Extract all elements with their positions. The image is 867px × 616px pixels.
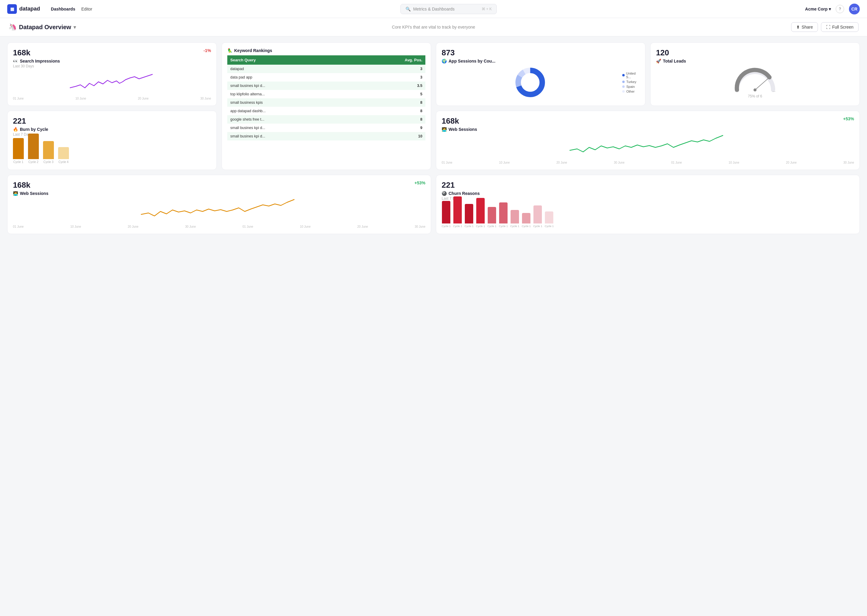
toolbar-actions: ⬆ Share ⛶ Full Screen [791,22,859,32]
bar [43,141,54,159]
bar [28,134,39,159]
kw-col2-header: Avg. Pos. [353,55,426,64]
churn-bar-label: Cycle 1 [487,225,497,228]
bar-col: Cycle 2 [28,134,39,163]
company-selector[interactable]: Acme Corp ▾ [805,6,831,11]
search-impressions-emoji: 👀 [13,59,18,63]
table-row: app datapad dashb...8 [227,107,426,115]
table-row: small busines kpi d...3.5 [227,82,426,90]
bar-label: Cycle 3 [43,160,53,163]
table-row: small busines kpi d...10 [227,132,426,140]
kw-query: top klipfolio alterna... [227,90,353,98]
kw-query: datapad [227,64,353,73]
svg-text:—: — [735,90,738,93]
legend-item: Turkey [622,80,640,83]
search-box[interactable]: 🔍 Metrics & Dashboards ⌘ + K [400,4,497,14]
kw-col1-header: Search Query [227,55,353,64]
axis-label: 10 June [75,97,86,100]
churn-bar [511,210,519,223]
churn-bar-label: Cycle 1 [533,225,542,228]
svg-point-6 [754,88,757,91]
churn-bar-label: Cycle 1 [476,225,485,228]
legend-item: Spain [622,85,640,88]
kw-pos: 3 [353,73,426,82]
legend-label: Spain [626,85,635,88]
gauge-label: 75% of 6 [748,94,762,98]
help-button[interactable]: ? [836,5,844,13]
fullscreen-icon: ⛶ [826,25,830,30]
churn-reasons-title: 🎱 Churn Reasons [441,191,854,196]
web-sessions-top-axis: 01 June 10 June 20 June 30 June 01 June … [441,161,854,164]
churn-bar-col: Cycle 1 [441,201,451,228]
chevron-icon[interactable]: ▾ [74,24,76,30]
svg-point-4 [522,74,539,91]
dashboard-title-group: 🦄 Datapad Overview ▾ [8,23,76,31]
keyword-emoji: 🦜 [227,48,232,53]
keyword-rankings-card: 🦜 Keyword Rankings Search Query Avg. Pos… [222,42,431,170]
kw-query: app datapad dashb... [227,107,353,115]
share-button[interactable]: ⬆ Share [791,22,818,32]
bar-col: Cycle 4 [58,147,69,163]
nav-right: Acme Corp ▾ ? CR [805,4,860,14]
table-row: datapad3 [227,64,426,73]
churn-bar-label: Cycle 1 [522,225,531,228]
burn-cycle-title-text: Burn by Cycle [20,127,48,132]
bar-label: Cycle 1 [13,160,23,163]
churn-bar [488,207,496,223]
dashboard-title-text: Datapad Overview [19,24,71,31]
search-shortcut: ⌘ + K [482,7,492,11]
kw-pos: 10 [353,132,426,140]
bar [13,138,24,159]
app-sessions-title-text: App Sessions by Cou... [449,59,495,63]
churn-bar-label: Cycle 1 [499,225,508,228]
axis-label: 10 June [499,161,510,164]
dashboard-emoji: 🦄 [8,23,17,31]
churn-bar-label: Cycle 1 [510,225,519,228]
table-row: google shets free t...8 [227,115,426,124]
fullscreen-button[interactable]: ⛶ Full Screen [821,22,859,32]
churn-bar [442,201,450,223]
table-row: top klipfolio alterna...5 [227,90,426,98]
bar-label: Cycle 2 [28,160,38,163]
kw-query: google shets free t... [227,115,353,124]
bar-col: Cycle 3 [43,141,54,163]
axis-label: 10 June [71,225,81,228]
web-sessions-bottom-axis: 01 June 10 June 20 June 30 June 01 June … [13,225,426,228]
total-leads-card: 120 🚀 Total Leads — — 75% of 6 [650,42,860,106]
search-impressions-chart [13,71,211,95]
axis-label: 01 June [243,225,254,228]
churn-bar-label: Cycle 1 [453,225,462,228]
logo[interactable]: ▦ datapad [7,4,40,14]
nav-editor[interactable]: Editor [81,5,92,13]
churn-bar-col: Cycle 1 [545,211,553,228]
avatar[interactable]: CR [849,4,860,14]
axis-label: 01 June [672,161,682,164]
search-impressions-metric: 168k [13,48,30,57]
web-sessions-bottom-title: 🧑‍💻 Web Sessions [13,191,426,196]
keyword-title-text: Keyword Rankings [234,48,272,53]
kw-pos: 8 [353,115,426,124]
axis-label: 20 June [786,161,797,164]
legend-dot [622,90,625,93]
churn-reasons-emoji: 🎱 [441,191,447,196]
web-sessions-bottom-metric: 168k [13,181,30,190]
total-leads-emoji: 🚀 [656,59,661,63]
nav-dashboards[interactable]: Dashboards [51,5,75,13]
dashboard-grid: 168k -1% 👀 Search Impressions Last 30 Da… [0,36,867,240]
web-sessions-top-emoji: 🧑‍💻 [441,127,447,132]
axis-label: 10 June [300,225,311,228]
bar-col: Cycle 1 [13,138,24,163]
churn-bar-col: Cycle 1 [533,206,542,228]
web-sessions-bottom-emoji: 🧑‍💻 [13,191,18,196]
web-sessions-bottom-chart [13,196,426,223]
legend-dot [622,81,625,83]
donut-chart-wrap: United S...TurkeySpainOther [441,66,640,99]
kw-pos: 8 [353,107,426,115]
axis-label: 10 June [728,161,739,164]
table-row: small busines kpi d...9 [227,124,426,132]
kw-query: small busines kpi d... [227,124,353,132]
legend-dot [622,85,625,88]
keyword-rankings-title: 🦜 Keyword Rankings [227,48,426,53]
app-sessions-emoji: 🌍 [441,59,447,63]
churn-bar-label: Cycle 1 [545,225,553,228]
